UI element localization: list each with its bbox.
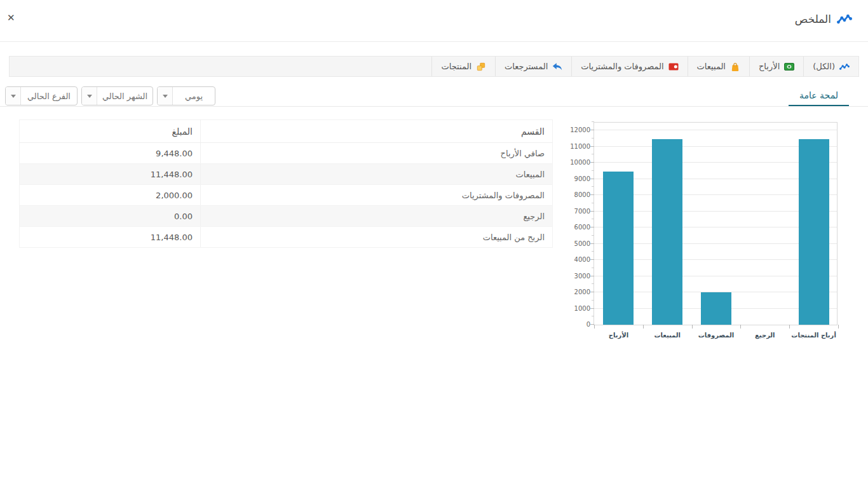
page-title-wrap: الملخص xyxy=(795,13,852,25)
table-row: المبيعات11,448.00 xyxy=(20,164,553,185)
y-axis-minor-tick xyxy=(592,316,594,316)
filter-value: الشهر الحالي xyxy=(97,87,153,105)
chevron-down-icon[interactable] xyxy=(6,87,21,105)
y-axis-minor-tick xyxy=(592,154,594,154)
table-row: الربح من المبيعات11,448.00 xyxy=(20,227,553,248)
amount-cell: 11,448.00 xyxy=(20,164,201,185)
y-axis-minor-tick xyxy=(592,268,594,268)
divider xyxy=(0,106,868,107)
category-tab-bar: (الكل)الأرباحالمبيعاتالمصروفات والمشتريا… xyxy=(9,56,859,77)
filter-bar: يوميالشهر الحاليالفرع الحالي xyxy=(5,86,215,105)
x-axis-label: الأرباح xyxy=(594,332,643,339)
y-axis-minor-tick xyxy=(592,251,594,252)
y-axis-label: 12000 xyxy=(567,126,590,134)
table-row: الرجيع0.00 xyxy=(20,206,553,227)
filter-value: الفرع الحالي xyxy=(21,87,77,105)
y-axis-label: 10000 xyxy=(567,158,590,166)
tab-returns[interactable]: المسترجعات xyxy=(495,57,571,76)
tab-overview[interactable]: لمحة عامة xyxy=(789,88,849,107)
tab-label: (الكل) xyxy=(813,62,835,71)
filter-select-month[interactable]: الشهر الحالي xyxy=(81,86,153,105)
column-header-section: القسم xyxy=(201,120,553,143)
section-cell: صافي الأرباح xyxy=(201,143,553,164)
summary-table-wrap: القسم المبلغ صافي الأرباح9,448.00المبيعا… xyxy=(19,119,553,248)
y-axis-tick xyxy=(590,146,594,147)
x-axis-tick xyxy=(692,325,693,329)
summary-page: { "header": { "title": "الملخص", "title_… xyxy=(0,0,868,488)
chart-bar xyxy=(652,139,682,325)
bar-chart: 0100020003000400050006000700080009000100… xyxy=(571,122,850,341)
expenses-icon xyxy=(668,62,679,71)
y-axis-tick xyxy=(590,130,594,130)
section-cell: المبيعات xyxy=(201,164,553,185)
x-axis-label: أرباح المنتجات xyxy=(789,332,838,339)
chart-bar xyxy=(701,292,731,325)
x-axis-tick xyxy=(838,325,839,329)
y-axis-label: 0 xyxy=(567,320,590,329)
line-chart-icon xyxy=(837,13,852,25)
line-chart-icon xyxy=(839,62,850,71)
y-axis-minor-tick xyxy=(592,170,594,171)
y-axis-minor-tick xyxy=(592,203,594,203)
y-axis-label: 5000 xyxy=(567,240,590,248)
y-axis-tick xyxy=(590,276,594,276)
chart-bar xyxy=(799,139,829,325)
table-header-row: القسم المبلغ xyxy=(20,120,553,143)
chart-bar xyxy=(603,172,634,325)
tab-label: الأرباح xyxy=(759,62,780,71)
tab-sales[interactable]: المبيعات xyxy=(688,57,749,76)
tab-label: المبيعات xyxy=(697,62,726,71)
column-header-amount: المبلغ xyxy=(20,120,201,143)
y-axis-minor-tick xyxy=(592,283,594,284)
amount-cell: 9,448.00 xyxy=(20,143,201,164)
tab-all[interactable]: (الكل) xyxy=(803,57,858,76)
y-axis-label: 9000 xyxy=(567,175,590,183)
chart-plot-area: 0100020003000400050006000700080009000100… xyxy=(593,122,837,325)
y-axis-minor-tick xyxy=(592,186,594,187)
x-axis-label: الرجيع xyxy=(740,332,789,339)
products-icon xyxy=(476,62,486,71)
tab-expenses[interactable]: المصروفات والمشتريات xyxy=(571,57,687,76)
money-icon xyxy=(784,62,794,71)
y-axis-tick xyxy=(590,243,594,244)
chevron-down-icon[interactable] xyxy=(158,87,173,105)
tab-label: المنتجات xyxy=(441,62,471,71)
chevron-down-icon[interactable] xyxy=(82,87,97,105)
section-cell: المصروفات والمشتريات xyxy=(201,185,553,206)
y-axis-label: 7000 xyxy=(567,207,590,215)
dialog-header: الملخص ✕ xyxy=(0,0,868,42)
x-axis-label: المبيعات xyxy=(643,332,692,339)
tab-label: المسترجعات xyxy=(505,62,548,71)
return-arrow-icon xyxy=(552,62,562,71)
y-axis-minor-tick xyxy=(592,138,594,139)
y-axis-tick xyxy=(590,211,594,212)
tab-label: المصروفات والمشتريات xyxy=(581,62,663,71)
y-axis-label: 6000 xyxy=(567,223,590,231)
y-axis-tick xyxy=(590,308,594,309)
y-axis-label: 8000 xyxy=(567,191,590,199)
amount-cell: 2,000.00 xyxy=(20,185,201,206)
amount-cell: 11,448.00 xyxy=(20,227,201,248)
y-axis-label: 11000 xyxy=(567,142,590,151)
y-axis-tick xyxy=(590,162,594,163)
page-title: الملخص xyxy=(795,13,831,25)
y-axis-label: 2000 xyxy=(567,288,590,296)
y-axis-minor-tick xyxy=(592,300,594,301)
y-axis-tick xyxy=(590,194,594,195)
tab-profits[interactable]: الأرباح xyxy=(749,57,803,76)
y-axis-label: 3000 xyxy=(567,272,590,280)
y-axis-label: 1000 xyxy=(567,304,590,313)
x-axis-tick xyxy=(740,325,741,329)
section-cell: الربح من المبيعات xyxy=(201,227,553,248)
y-axis-tick xyxy=(590,259,594,260)
filter-select-period-type[interactable]: يومي xyxy=(157,86,215,105)
summary-table: القسم المبلغ صافي الأرباح9,448.00المبيعا… xyxy=(19,119,553,248)
x-axis-tick xyxy=(643,325,644,329)
tab-products[interactable]: المنتجات xyxy=(431,57,495,76)
filter-select-branch[interactable]: الفرع الحالي xyxy=(5,86,78,105)
table-row: صافي الأرباح9,448.00 xyxy=(20,143,553,164)
y-axis-label: 4000 xyxy=(567,255,590,264)
close-icon[interactable]: ✕ xyxy=(4,12,18,24)
gridline xyxy=(594,130,837,130)
x-axis-label: المصروفات xyxy=(692,332,741,339)
